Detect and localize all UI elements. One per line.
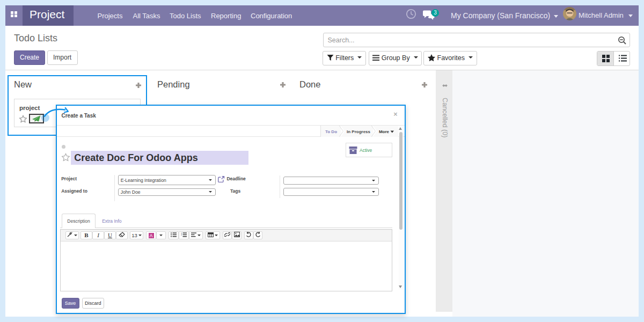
svg-text:More: More	[379, 129, 390, 134]
svg-text:In Progress: In Progress	[347, 129, 371, 134]
svg-text:To Do: To Do	[325, 129, 337, 134]
svg-text:2: 2	[181, 234, 182, 236]
